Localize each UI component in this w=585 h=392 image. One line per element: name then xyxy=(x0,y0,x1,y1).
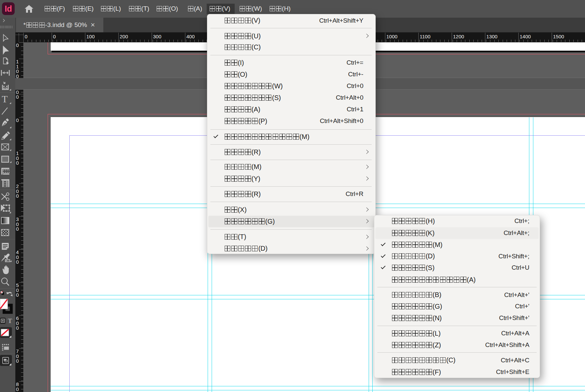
svg-text:T: T xyxy=(2,94,8,104)
svg-text:T: T xyxy=(8,317,12,324)
